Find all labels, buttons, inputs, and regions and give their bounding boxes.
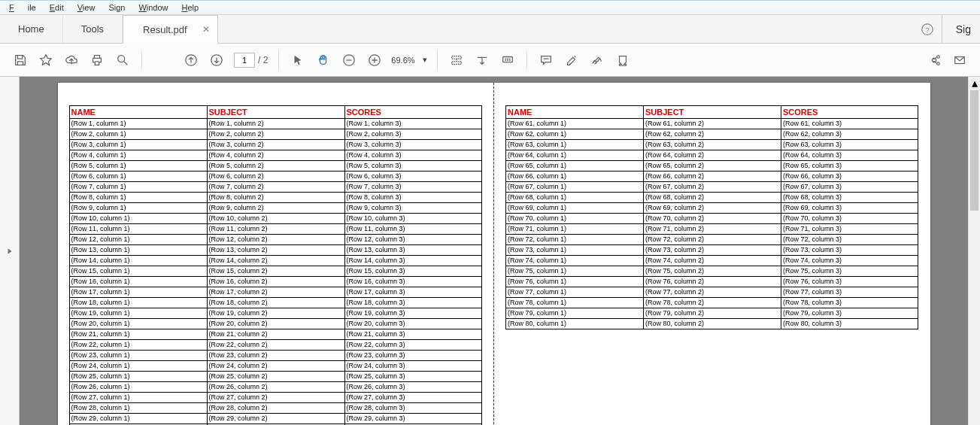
table-cell: (Row 80, column 1) (506, 319, 644, 329)
hand-tool-icon[interactable] (311, 49, 336, 71)
table-cell: (Row 69, column 1) (506, 203, 644, 214)
star-icon[interactable] (33, 49, 59, 71)
menu-help[interactable]: Help (182, 3, 199, 12)
tab-document[interactable]: Result.pdf ✕ (123, 15, 218, 44)
table-cell: (Row 65, column 2) (644, 161, 781, 172)
print-icon[interactable] (84, 49, 110, 71)
table-cell: (Row 18, column 1) (69, 298, 207, 308)
table-cell: (Row 62, column 2) (644, 129, 781, 140)
page-current-input[interactable] (234, 53, 255, 68)
table-cell: (Row 4, column 3) (344, 150, 481, 161)
save-icon[interactable] (8, 49, 33, 71)
scroll-up-icon[interactable]: ▴ (969, 77, 980, 89)
search-icon[interactable] (110, 49, 135, 71)
table-cell: (Row 22, column 2) (207, 340, 344, 351)
menu-file[interactable]: File (9, 3, 36, 12)
table-header-name: NAME (69, 106, 207, 119)
table-cell: (Row 76, column 1) (506, 277, 644, 287)
table-row: (Row 15, column 1)(Row 15, column 2)(Row… (69, 266, 481, 277)
table-row: (Row 21, column 1)(Row 21, column 2)(Row… (69, 329, 481, 340)
table-cell: (Row 61, column 2) (644, 119, 781, 129)
tab-tools[interactable]: Tools (63, 15, 123, 43)
table-cell: (Row 6, column 2) (207, 172, 344, 182)
table-row: (Row 76, column 1)(Row 76, column 2)(Row… (506, 277, 918, 287)
toolbar: / 2 69.6% ▾ (0, 44, 980, 77)
svg-point-2 (118, 55, 125, 62)
page-indicator: / 2 (234, 53, 268, 68)
select-tool-icon[interactable] (285, 49, 311, 71)
tab-home[interactable]: Home (0, 15, 63, 43)
table-row: (Row 10, column 1)(Row 10, column 2)(Row… (69, 214, 481, 224)
table-row: (Row 28, column 1)(Row 28, column 2)(Row… (69, 403, 481, 414)
zoom-in-icon[interactable] (362, 49, 387, 71)
table-cell: (Row 1, column 3) (344, 119, 481, 129)
table-row: (Row 61, column 1)(Row 61, column 2)(Row… (506, 119, 918, 129)
side-panel-toggle[interactable] (0, 77, 20, 425)
table-cell: (Row 61, column 3) (781, 119, 918, 129)
table-row: (Row 13, column 1)(Row 13, column 2)(Row… (69, 245, 481, 256)
menu-edit[interactable]: Edit (50, 3, 64, 12)
highlight-icon[interactable] (559, 49, 584, 71)
zoom-select[interactable]: 69.6% ▾ (387, 53, 430, 67)
signature-icon[interactable] (584, 49, 610, 71)
table-row: (Row 72, column 1)(Row 72, column 2)(Row… (506, 235, 918, 245)
tab-document-label: Result.pdf (143, 24, 187, 35)
table-cell: (Row 62, column 1) (506, 129, 644, 140)
tab-bar: Home Tools Result.pdf ✕ ? Sig (0, 15, 980, 44)
fit-page-icon[interactable] (469, 49, 495, 71)
help-icon[interactable]: ? (913, 15, 942, 43)
table-cell: (Row 8, column 1) (69, 193, 207, 203)
table-row: (Row 23, column 1)(Row 23, column 2)(Row… (69, 351, 481, 361)
table-row: (Row 66, column 1)(Row 66, column 2)(Row… (506, 172, 918, 182)
table-cell: (Row 63, column 2) (644, 140, 781, 150)
table-cell: (Row 29, column 1) (69, 414, 207, 424)
table-row: (Row 6, column 1)(Row 6, column 2)(Row 6… (69, 172, 481, 182)
share-icon[interactable] (921, 49, 947, 71)
menu-sign[interactable]: Sign (108, 3, 125, 12)
table-row: (Row 20, column 1)(Row 20, column 2)(Row… (69, 319, 481, 329)
table-header-name: NAME (506, 106, 644, 119)
table-row: (Row 73, column 1)(Row 73, column 2)(Row… (506, 245, 918, 256)
table-cell: (Row 63, column 1) (506, 140, 644, 150)
cloud-icon[interactable] (59, 49, 84, 71)
table-cell: (Row 75, column 3) (781, 266, 918, 277)
table-cell: (Row 20, column 1) (69, 319, 207, 329)
mail-icon[interactable] (947, 49, 972, 71)
chevron-down-icon: ▾ (423, 55, 427, 65)
zoom-out-icon[interactable] (336, 49, 362, 71)
stamp-icon[interactable] (610, 49, 636, 71)
table-cell: (Row 19, column 1) (69, 308, 207, 319)
table-row: (Row 65, column 1)(Row 65, column 2)(Row… (506, 161, 918, 172)
vertical-scrollbar[interactable]: ▴ (968, 77, 980, 425)
table-cell: (Row 19, column 3) (344, 308, 481, 319)
table-cell: (Row 28, column 2) (207, 403, 344, 414)
table-cell: (Row 16, column 2) (207, 277, 344, 287)
menu-bar: File Edit View Sign Window Help (0, 0, 980, 15)
scroll-thumb[interactable] (970, 90, 978, 211)
signin-button[interactable]: Sig (942, 15, 980, 43)
menu-window[interactable]: Window (138, 3, 168, 12)
table-cell: (Row 4, column 2) (207, 150, 344, 161)
table-cell: (Row 64, column 2) (644, 150, 781, 161)
close-tab-button[interactable]: ✕ (202, 24, 210, 35)
pdf-page-2: NAME SUBJECT SCORES (Row 61, column 1)(R… (494, 83, 930, 425)
table-row: (Row 19, column 1)(Row 19, column 2)(Row… (69, 308, 481, 319)
comment-icon[interactable] (533, 49, 559, 71)
table-cell: (Row 64, column 1) (506, 150, 644, 161)
table-cell: (Row 22, column 1) (69, 340, 207, 351)
table-cell: (Row 7, column 3) (344, 182, 481, 193)
table-cell: (Row 27, column 1) (69, 393, 207, 403)
page-viewport[interactable]: NAME SUBJECT SCORES (Row 1, column 1)(Ro… (20, 77, 968, 425)
table-row: (Row 68, column 1)(Row 68, column 2)(Row… (506, 193, 918, 203)
page-up-icon[interactable] (178, 49, 204, 71)
svg-rect-7 (502, 56, 512, 62)
table-row: (Row 24, column 1)(Row 24, column 2)(Row… (69, 361, 481, 372)
table-cell: (Row 68, column 3) (781, 193, 918, 203)
fit-width-icon[interactable] (444, 49, 469, 71)
table-cell: (Row 15, column 3) (344, 266, 481, 277)
table-cell: (Row 80, column 2) (644, 319, 781, 329)
read-mode-icon[interactable] (495, 49, 520, 71)
menu-view[interactable]: View (77, 3, 96, 12)
table-row: (Row 12, column 1)(Row 12, column 2)(Row… (69, 235, 481, 245)
page-down-icon[interactable] (204, 49, 229, 71)
